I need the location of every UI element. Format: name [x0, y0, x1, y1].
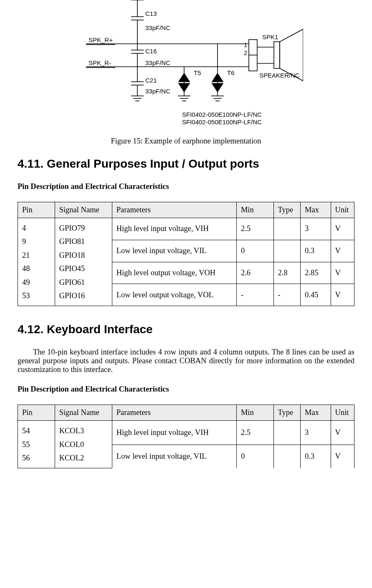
label-pin2: 2	[244, 49, 247, 56]
label-c16-val: 33pF/NC	[145, 59, 170, 66]
gpio-min-0: 2.5	[236, 218, 273, 240]
kb-th-pin: Pin	[18, 405, 55, 421]
gpio-signals: GPIO79 GPIO81 GPIO18 GPIO45 GPIO61 GPIO1…	[55, 218, 112, 306]
kb-th-max: Max	[301, 405, 331, 421]
label-spk-r-minus: SPK_R-	[89, 59, 111, 66]
page-root: SPK_R+ SPK_R- C13 33pF/NC C16 33pF/NC C2…	[0, 0, 372, 485]
kb-th-unit: Unit	[331, 405, 354, 421]
label-c21-val: 33pF/NC	[145, 88, 170, 95]
gpio-min-2: 2.6	[236, 262, 273, 284]
kb-max-1: 0.3	[301, 445, 331, 468]
gpio-max-0: 3	[301, 218, 331, 240]
th-pin: Pin	[18, 202, 55, 218]
th-type: Type	[273, 202, 300, 218]
section-411-subhead: Pin Description and Electrical Character…	[18, 182, 354, 191]
label-t6: T6	[227, 69, 235, 76]
gpio-type-3: -	[273, 284, 300, 306]
gpio-unit-1: V	[331, 240, 354, 262]
label-pin1: 1	[244, 41, 247, 48]
th-unit: Unit	[331, 202, 354, 218]
gpio-pins: 4 9 21 48 49 53	[18, 218, 55, 306]
label-tvs2: SFI0402-050E100NP-LF/NC	[182, 118, 262, 126]
schematic-figure: SPK_R+ SPK_R- C13 33pF/NC C16 33pF/NC C2…	[69, 0, 303, 129]
kb-param-0: High level input voltage, VIH	[112, 421, 236, 445]
gpio-min-1: 0	[236, 240, 273, 262]
kb-type-1	[273, 445, 300, 468]
kb-signals: KCOL3 KCOL0 KCOL2	[55, 421, 112, 468]
th-max: Max	[301, 202, 331, 218]
kb-min-0: 2.5	[236, 421, 273, 445]
gpio-type-2: 2.8	[273, 262, 300, 284]
kb-min-1: 0	[236, 445, 273, 468]
svg-rect-6	[274, 42, 280, 68]
gpio-unit-0: V	[331, 218, 354, 240]
label-t5: T5	[194, 69, 201, 76]
kb-unit-1: V	[331, 445, 354, 468]
kb-th-type: Type	[273, 405, 300, 421]
kb-th-signal: Signal Name	[55, 405, 112, 421]
label-c16: C16	[145, 48, 157, 55]
figure-caption: Figure 15: Example of earphone implement…	[18, 137, 354, 146]
label-c13-val: 33pF/NC	[145, 24, 170, 31]
svg-marker-27	[179, 83, 190, 92]
table-gpio: Pin Signal Name Parameters Min Type Max …	[18, 202, 354, 306]
th-params: Parameters	[112, 202, 236, 218]
gpio-param-1: Low level input voltage, VIL	[112, 240, 236, 262]
gpio-param-3: Low level output voltage, VOL	[112, 284, 236, 306]
gpio-min-3: -	[236, 284, 273, 306]
label-tvs1: SFI0402-050E100NP-LF/NC	[182, 111, 262, 118]
kb-type-0	[273, 421, 300, 445]
label-spk1: SPK1	[262, 33, 278, 40]
section-412-body: The 10-pin keyboard interface includes 4…	[18, 348, 354, 374]
section-412-subhead: Pin Description and Electrical Character…	[18, 385, 354, 394]
gpio-max-3: 0.45	[301, 284, 331, 306]
gpio-param-2: High level output voltage, VOH	[112, 262, 236, 284]
gpio-type-1	[273, 240, 300, 262]
kb-param-1: Low level input voltage, VIL	[112, 445, 236, 468]
gpio-param-0: High level input voltage, VIH	[112, 218, 236, 240]
label-spk-r-plus: SPK_R+	[89, 36, 113, 43]
kb-th-min: Min	[236, 405, 273, 421]
th-signal: Signal Name	[55, 202, 112, 218]
gpio-type-0	[273, 218, 300, 240]
kb-unit-0: V	[331, 421, 354, 445]
label-speaker-nc: SPEAKER/NC	[259, 72, 300, 79]
gpio-max-2: 2.85	[301, 262, 331, 284]
table-keyboard: Pin Signal Name Parameters Min Type Max …	[18, 405, 354, 468]
section-411-title: 4.11. General Purposes Input / Output po…	[18, 157, 354, 171]
svg-marker-33	[212, 83, 223, 92]
svg-marker-26	[179, 73, 190, 82]
kb-max-0: 3	[301, 421, 331, 445]
th-min: Min	[236, 202, 273, 218]
svg-marker-32	[212, 73, 223, 82]
gpio-unit-2: V	[331, 262, 354, 284]
gpio-max-1: 0.3	[301, 240, 331, 262]
gpio-unit-3: V	[331, 284, 354, 306]
label-c21: C21	[145, 77, 157, 84]
kb-th-params: Parameters	[112, 405, 236, 421]
section-412-title: 4.12. Keyboard Interface	[18, 323, 354, 336]
label-c13: C13	[145, 10, 157, 17]
kb-pins: 54 55 56	[18, 421, 55, 468]
